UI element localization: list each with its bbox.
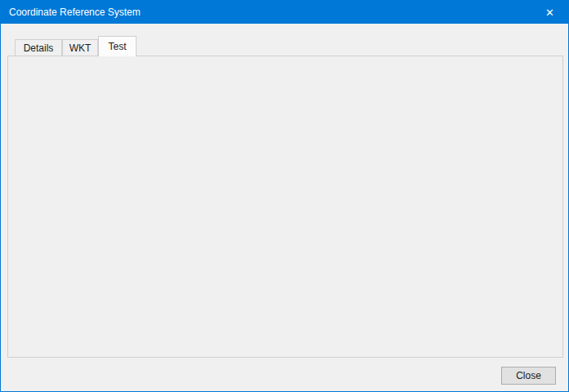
titlebar[interactable]: Coordinate Reference System ✕	[1, 1, 568, 24]
tab-test-label: Test	[108, 41, 126, 52]
test-tab-pane	[7, 56, 563, 358]
tab-test[interactable]: Test	[98, 36, 137, 56]
tab-details-label: Details	[24, 42, 54, 54]
window-title: Coordinate Reference System	[9, 7, 141, 18]
tab-details[interactable]: Details	[15, 39, 62, 56]
crs-dialog: Coordinate Reference System ✕ Details WK…	[0, 0, 569, 392]
close-button-label: Close	[516, 370, 541, 381]
tab-wkt-label: WKT	[69, 42, 92, 54]
close-button[interactable]: Close	[501, 367, 556, 385]
tab-wkt[interactable]: WKT	[62, 39, 98, 56]
window-close-icon[interactable]: ✕	[531, 1, 568, 24]
